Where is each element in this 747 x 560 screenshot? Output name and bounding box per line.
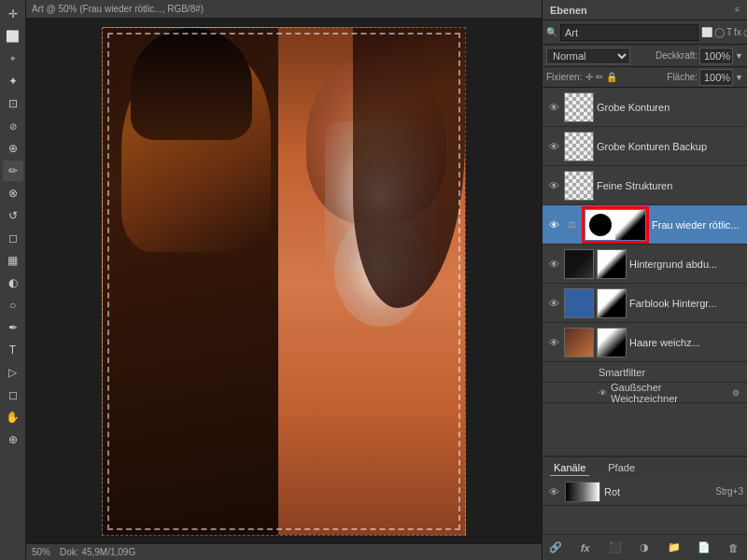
opacity-label: Deckkraft: [655,50,698,61]
new-layer-button[interactable]: 📄 [695,539,713,557]
opacity-group: Deckkraft: ▼ [655,48,743,64]
layer-thumbnail-mask [597,249,627,279]
tool-zoom[interactable]: ⊕ [3,429,23,450]
left-toolbar: ✛ ⬜ ⌖ ✦ ⊡ ⊘ ⊕ ✏ ⊗ ↺ ◻ ▦ ◐ ○ ✒ T ▷ ◻ ✋ ⊕ [0,0,26,560]
tool-hand[interactable]: ✋ [3,407,23,427]
layers-panel-header: Ebenen ≡ [543,0,747,21]
link-button[interactable]: 🔗 [546,539,565,557]
tab-kanaele[interactable]: Kanäle [550,460,589,476]
filter-toggle-icon[interactable]: ◑ [743,27,747,37]
tool-shape[interactable]: ◻ [3,385,23,405]
layer-thumbnail [564,171,594,201]
tool-lasso[interactable]: ⌖ [3,49,23,69]
layer-name: Farblook Hintergr... [629,298,743,309]
tool-magic-wand[interactable]: ✦ [3,71,23,91]
search-filter-icons: ⬜ ◯ T fx ◑ [701,27,747,37]
layer-visibility-toggle[interactable]: 👁 [546,178,561,193]
top-bar: Art @ 50% (Frau wieder rötlic..., RGB/8#… [26,0,542,19]
opacity-arrow-icon[interactable]: ▼ [735,51,743,61]
status-zoom: 50% [32,547,50,557]
channel-shortcut: Strg+3 [715,486,743,497]
layer-thumbnail [564,249,594,279]
eye-icon[interactable]: 👁 [599,388,607,398]
tool-pen[interactable]: ✒ [3,317,23,338]
smartfilter-label: Smartfilter [599,367,645,378]
tool-clone-stamp[interactable]: ⊗ [3,183,23,203]
layer-name: Frau wieder rötlic... [652,219,743,231]
layer-row[interactable]: 👁 Haare weichz... [543,323,747,362]
layer-name: Feine Strukturen [597,180,743,191]
search-bar: 🔍 ⬜ ◯ T fx ◑ [543,21,747,45]
channels-section: 👁 Rot Strg+3 [543,478,747,534]
tab-pfade[interactable]: Pfade [604,460,639,475]
layer-row[interactable]: 👁 Grobe Konturen [543,88,747,127]
layer-thumbnail-main [585,210,615,240]
tool-history-brush[interactable]: ↺ [3,205,23,226]
bottom-toolbar: 🔗 fx ⬛ ◑ 📁 📄 🗑 [543,534,747,560]
layer-visibility-toggle[interactable]: 👁 [546,335,561,350]
layer-name: Grobe Konturen Backup [597,141,743,152]
status-doc-size: Dok: 45,9M/1,09G [60,547,135,557]
filter-type-icon[interactable]: ⬜ [701,27,712,37]
tool-blur[interactable]: ◐ [3,273,23,293]
filter-effects-icon[interactable]: fx [734,27,741,37]
layer-row[interactable]: 👁 Feine Strukturen [543,166,747,205]
status-bar: 50% Dok: 45,9M/1,09G [26,543,542,560]
layer-thumbnail-mask [597,288,627,318]
canvas-image [102,27,466,536]
tool-gradient[interactable]: ▦ [3,250,23,271]
layer-name: Grobe Konturen [597,102,743,113]
flaeche-group: Fläche: ▼ [667,69,743,86]
fix-all-icon[interactable]: 🔒 [606,72,617,82]
tool-brush[interactable]: ✏ [3,161,23,181]
layer-visibility-toggle[interactable]: 👁 [546,100,561,115]
tool-crop[interactable]: ⊡ [3,93,23,114]
main-area: Art @ 50% (Frau wieder rötlic..., RGB/8#… [26,0,542,560]
panel-divider: Kanäle Pfade [543,455,747,478]
tool-move[interactable]: ✛ [3,4,23,24]
layer-row[interactable]: 👁 Grobe Konturen Backup [543,127,747,166]
tool-select-rect[interactable]: ⬜ [3,26,23,47]
channel-name: Rot [604,486,712,497]
channel-visibility-toggle[interactable]: 👁 [546,484,561,499]
top-bar-text: Art @ 50% (Frau wieder rötlic..., RGB/8#… [32,4,204,14]
layers-panel-title: Ebenen [550,5,587,16]
panel-menu-icon[interactable]: ≡ [735,6,740,14]
folder-button[interactable]: 📁 [665,539,684,557]
layer-visibility-toggle[interactable]: 👁 [546,296,561,311]
adjustment-button[interactable]: ◑ [635,539,654,557]
fix-position-icon[interactable]: ✛ [585,72,593,82]
right-panel: Ebenen ≡ 🔍 ⬜ ◯ T fx ◑ Normal Multiplizie… [542,0,747,560]
layer-row[interactable]: 👁 Hintergrund abdu... [543,245,747,284]
mask-button[interactable]: ⬛ [606,539,625,557]
fx-button[interactable]: fx [576,539,595,557]
flaeche-label: Fläche: [667,72,698,82]
layer-visibility-toggle[interactable]: 👁 [546,257,561,272]
tool-eraser[interactable]: ◻ [3,228,23,248]
fix-brush-icon[interactable]: ✏ [596,72,603,82]
opacity-input[interactable] [699,48,733,64]
filter-smart-icon[interactable]: T [726,27,732,37]
layer-visibility-toggle[interactable]: 👁 [546,139,561,154]
tool-text[interactable]: T [3,340,23,360]
canvas-area[interactable] [26,19,542,543]
tool-dodge[interactable]: ○ [3,295,23,315]
panel-header-icons: ≡ [735,6,740,14]
tool-eyedropper[interactable]: ⊘ [3,116,23,136]
layer-row-selected[interactable]: 👁 ⚖ Frau wieder rötlic... [543,205,747,245]
search-input[interactable] [560,24,698,41]
tool-path-select[interactable]: ▷ [3,362,23,383]
gaussfilter-settings-icon[interactable]: ⚙ [732,388,740,398]
search-icon: 🔍 [546,27,557,37]
flaeche-input[interactable] [699,69,733,86]
blend-bar: Normal Multiplizieren Abblenden Deckkraf… [543,45,747,67]
layer-visibility-toggle[interactable]: 👁 [546,217,561,232]
filter-attr-icon[interactable]: ◯ [714,27,725,37]
blend-mode-select[interactable]: Normal Multiplizieren Abblenden [546,48,630,64]
tool-healing[interactable]: ⊕ [3,138,23,159]
layers-list[interactable]: 👁 Grobe Konturen 👁 Grobe Konturen Backup… [543,88,747,455]
flaeche-arrow-icon[interactable]: ▼ [735,73,743,82]
channel-row[interactable]: 👁 Rot Strg+3 [543,478,747,506]
delete-layer-button[interactable]: 🗑 [725,539,743,557]
layer-row[interactable]: 👁 Farblook Hintergr... [543,284,747,323]
